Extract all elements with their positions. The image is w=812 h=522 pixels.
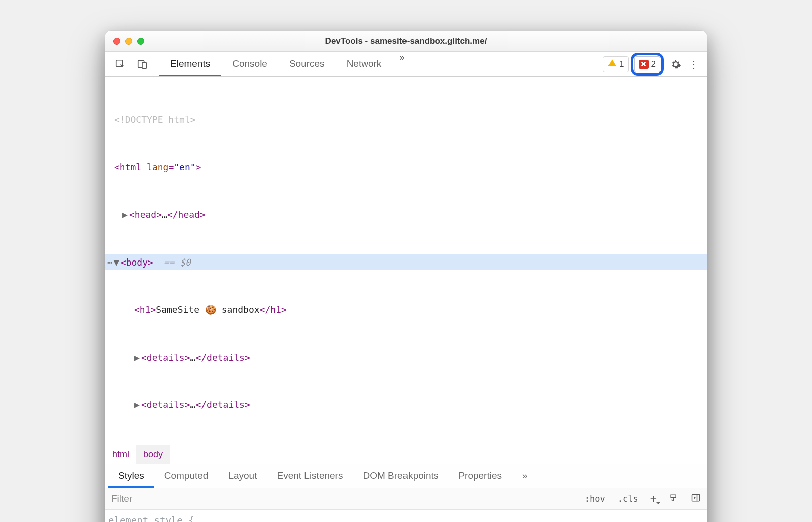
- titlebar: DevTools - samesite-sandbox.glitch.me/: [105, 31, 707, 52]
- styles-panel-tabs: Styles Computed Layout Event Listeners D…: [105, 464, 707, 488]
- body-node-selected[interactable]: ⋯▼<body> == $0: [105, 254, 707, 271]
- details-node[interactable]: ▶<details>…</details>: [126, 397, 707, 413]
- settings-icon[interactable]: [667, 53, 685, 75]
- main-tabs: Elements Console Sources Network »: [159, 52, 413, 76]
- hov-toggle[interactable]: :hov: [579, 490, 612, 508]
- selected-element-marker: == $0: [153, 254, 191, 271]
- issue-icon: [639, 60, 649, 69]
- window-title: DevTools - samesite-sandbox.glitch.me/: [105, 36, 707, 46]
- kebab-menu-icon[interactable]: ⋮: [685, 53, 703, 75]
- breadcrumb: html body: [105, 445, 707, 464]
- collapse-arrow-icon[interactable]: ▼: [114, 254, 121, 271]
- warning-icon: [607, 58, 617, 70]
- tab-elements[interactable]: Elements: [159, 52, 221, 76]
- inspect-element-icon[interactable]: [109, 53, 131, 75]
- tab-console[interactable]: Console: [221, 52, 278, 76]
- style-rules: element.style { } body { (index):32 font…: [105, 510, 707, 523]
- status-counters: 1 2: [603, 53, 664, 76]
- new-style-rule-button[interactable]: +: [644, 488, 663, 509]
- stab-computed[interactable]: Computed: [154, 464, 219, 488]
- zoom-window-button[interactable]: [137, 38, 144, 45]
- expand-arrow-icon[interactable]: ▶: [122, 207, 129, 223]
- stab-properties[interactable]: Properties: [448, 464, 512, 488]
- more-tabs-button[interactable]: »: [392, 52, 413, 76]
- styles-filter-input[interactable]: [105, 488, 579, 509]
- cls-toggle[interactable]: .cls: [612, 490, 644, 508]
- tab-network[interactable]: Network: [336, 52, 393, 76]
- h1-node[interactable]: <h1>SameSite 🍪 sandbox</h1>: [126, 302, 707, 318]
- gutter-dots-icon[interactable]: ⋯: [105, 254, 114, 271]
- stab-more[interactable]: »: [512, 464, 538, 488]
- warnings-counter[interactable]: 1: [603, 56, 628, 72]
- dom-tree[interactable]: <!DOCTYPE html> <html lang="en"> ▶<head>…: [105, 77, 707, 445]
- breadcrumb-html[interactable]: html: [105, 445, 136, 464]
- issues-highlight: 2: [631, 53, 664, 76]
- element-style-rule[interactable]: element.style { }: [108, 512, 704, 523]
- issues-count: 2: [651, 59, 656, 69]
- close-window-button[interactable]: [113, 38, 120, 45]
- stab-styles[interactable]: Styles: [108, 464, 154, 488]
- svg-rect-2: [142, 62, 146, 68]
- expand-arrow-icon[interactable]: ▶: [134, 350, 141, 366]
- stab-event-listeners[interactable]: Event Listeners: [267, 464, 353, 488]
- traffic-lights: [113, 38, 144, 45]
- minimize-window-button[interactable]: [125, 38, 132, 45]
- html-node[interactable]: <html lang="en">: [105, 159, 707, 176]
- tab-sources[interactable]: Sources: [278, 52, 336, 76]
- toggle-device-toolbar-icon[interactable]: [131, 53, 153, 75]
- warnings-count: 1: [619, 59, 624, 69]
- devtools-window: DevTools - samesite-sandbox.glitch.me/ E…: [105, 30, 707, 522]
- selector-text: element.style: [108, 515, 183, 523]
- toggle-sidebar-icon[interactable]: [685, 489, 707, 509]
- toolbar: Elements Console Sources Network » 1 2 ⋮: [105, 52, 707, 77]
- issues-counter[interactable]: 2: [634, 56, 660, 72]
- details-node[interactable]: ▶<details>…</details>: [126, 350, 707, 366]
- head-node[interactable]: ▶<head>…</head>: [105, 207, 707, 223]
- stab-layout[interactable]: Layout: [218, 464, 267, 488]
- doctype-node[interactable]: <!DOCTYPE html>: [105, 112, 707, 128]
- paint-brush-icon[interactable]: [663, 489, 685, 509]
- stab-dom-breakpoints[interactable]: DOM Breakpoints: [353, 464, 448, 488]
- expand-arrow-icon[interactable]: ▶: [134, 397, 141, 413]
- breadcrumb-body[interactable]: body: [136, 445, 170, 464]
- styles-filter-row: :hov .cls +: [105, 488, 707, 510]
